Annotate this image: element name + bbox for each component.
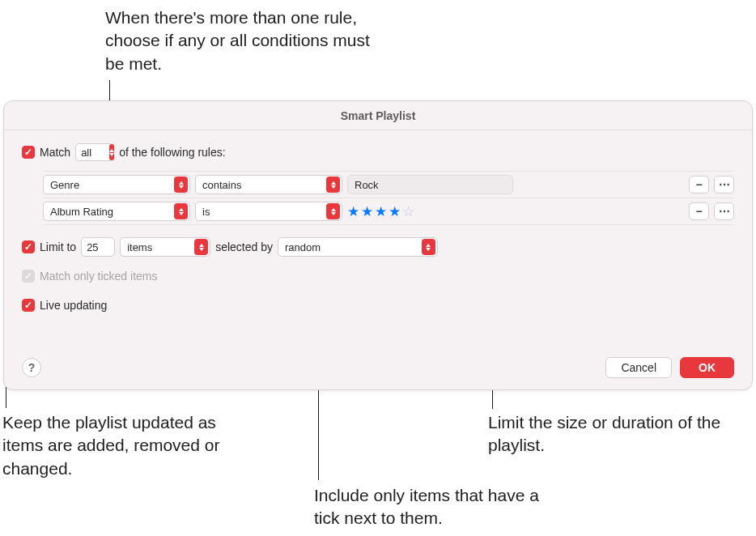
rule-field-popup[interactable]: Album Rating — [43, 202, 190, 221]
rule-more-button[interactable] — [714, 176, 734, 194]
rule-value-text: Rock — [355, 179, 379, 191]
live-updating-label: Live updating — [40, 299, 107, 312]
rule-field-popup[interactable]: Genre — [43, 175, 190, 194]
remove-rule-button[interactable] — [689, 202, 709, 220]
match-label-pre: Match — [40, 146, 70, 159]
chevrons-icon — [109, 144, 114, 160]
match-ticked-row: Match only ticked items — [22, 266, 734, 287]
match-label-post: of the following rules: — [119, 146, 226, 159]
selected-by-popup[interactable]: random — [278, 237, 438, 257]
chevrons-icon — [422, 239, 435, 255]
chevrons-icon — [174, 177, 188, 193]
live-updating-row: Live updating — [22, 295, 734, 316]
rule-field-value: Album Rating — [50, 206, 131, 218]
rule-more-button[interactable] — [714, 202, 734, 220]
selected-by-label: selected by — [215, 240, 273, 253]
limit-count-value: 25 — [87, 241, 98, 253]
rule-row: Album Rating is ★★★★☆ — [43, 198, 734, 225]
callout-text-match-ticked: Include only items that have a tick next… — [314, 484, 557, 530]
match-ticked-label: Match only ticked items — [40, 270, 158, 283]
match-checkbox[interactable] — [22, 146, 35, 159]
limit-unit-popup[interactable]: items — [120, 237, 210, 257]
rules-list: Genre contains Rock Album Rating — [43, 171, 734, 225]
callout-text-live-updating: Keep the playlist updated as items are a… — [2, 411, 229, 480]
rule-row: Genre contains Rock — [43, 171, 734, 198]
dialog-title: Smart Playlist — [4, 101, 752, 130]
limit-count-field[interactable]: 25 — [81, 237, 115, 257]
dialog-footer: ? Cancel OK — [22, 357, 734, 378]
selected-by-value: random — [285, 241, 338, 253]
callout-text-limit: Limit the size or duration of the playli… — [488, 411, 723, 457]
ok-button[interactable]: OK — [680, 357, 734, 378]
cancel-button[interactable]: Cancel — [605, 357, 672, 378]
chevrons-icon — [326, 177, 340, 193]
callout-text-match-mode: When there's more than one rule, choose … — [105, 6, 380, 75]
rule-op-value: contains — [202, 179, 259, 191]
help-button[interactable]: ? — [22, 358, 41, 377]
chevrons-icon — [326, 203, 340, 219]
rule-op-popup[interactable]: is — [195, 202, 342, 221]
limit-row: Limit to 25 items selected by random — [22, 236, 734, 257]
match-ticked-checkbox[interactable] — [22, 270, 35, 283]
limit-unit-value: items — [127, 241, 170, 253]
rule-op-popup[interactable]: contains — [195, 175, 342, 194]
chevrons-icon — [194, 239, 208, 255]
chevrons-icon — [174, 203, 188, 219]
rule-value-field[interactable]: Rock — [347, 175, 513, 194]
limit-label: Limit to — [40, 240, 76, 253]
rule-field-value: Genre — [50, 179, 97, 191]
limit-checkbox[interactable] — [22, 240, 35, 253]
remove-rule-button[interactable] — [689, 176, 709, 194]
match-row: Match all of the following rules: — [22, 142, 734, 163]
match-mode-popup[interactable]: all — [75, 143, 114, 161]
rule-op-value: is — [202, 206, 227, 218]
live-updating-checkbox[interactable] — [22, 299, 35, 312]
smart-playlist-dialog: Smart Playlist Match all of the followin… — [3, 100, 753, 390]
rule-stars[interactable]: ★★★★☆ — [347, 203, 416, 220]
match-mode-value: all — [81, 147, 109, 159]
